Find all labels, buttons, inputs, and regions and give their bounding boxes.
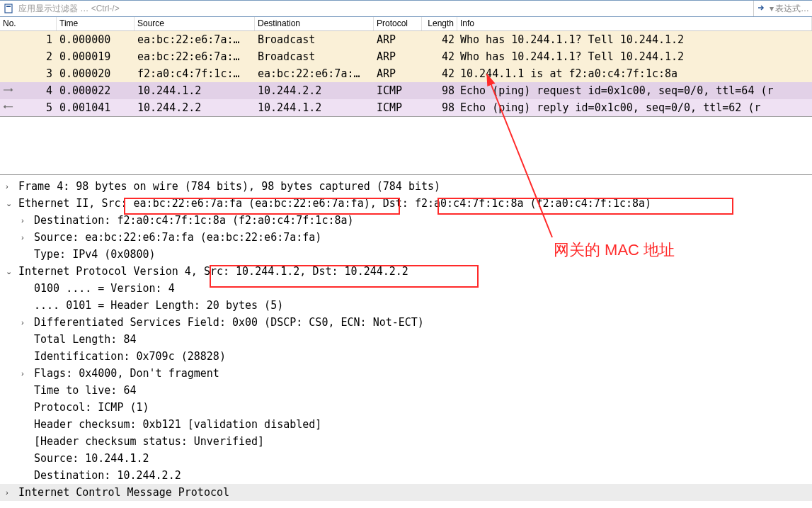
display-filter-bar[interactable]: 应用显示过滤器 … <Ctrl-/> ▾ 表达式… [0,0,812,17]
packet-row[interactable]: 10.000000ea:bc:22:e6:7a:…BroadcastARP42W… [0,31,812,48]
eth-dest-line[interactable]: ›Destination: f2:a0:c4:7f:1c:8a (f2:a0:c… [16,212,812,229]
ip-ver[interactable]: 0100 .... = Version: 4 [16,280,812,297]
packet-row[interactable]: ⭢40.00002210.244.1.210.244.2.2ICMP98Echo… [0,82,812,99]
ip-line[interactable]: ⌄Internet Protocol Version 4, Src: 10.24… [0,263,812,280]
svg-rect-1 [6,6,11,7]
pane-splitter[interactable] [0,117,812,175]
ip-hlen[interactable]: .... 0101 = Header Length: 20 bytes (5) [16,297,812,314]
packet-list-header: No. Time Source Destination Protocol Len… [0,17,812,31]
expression-arrow-icon[interactable] [757,3,767,15]
ip-src[interactable]: Source: 10.244.1.2 [16,450,812,467]
ip-dst[interactable]: Destination: 10.244.2.2 [16,467,812,484]
bookmark-icon[interactable] [3,3,14,14]
svg-rect-0 [5,4,12,13]
packet-row[interactable]: ⭠50.00104110.244.2.210.244.1.2ICMP98Echo… [0,99,812,116]
col-info[interactable]: Info [457,17,812,30]
frame-line[interactable]: ›Frame 4: 98 bytes on wire (784 bits), 9… [0,178,812,195]
packet-row[interactable]: 30.000020f2:a0:c4:7f:1c:…ea:bc:22:e6:7a:… [0,65,812,82]
ip-ttl[interactable]: Time to live: 64 [16,382,812,399]
ip-id[interactable]: Identification: 0x709c (28828) [16,348,812,365]
icmp-line[interactable]: ›Internet Control Message Protocol [0,484,812,501]
ip-proto[interactable]: Protocol: ICMP (1) [16,399,812,416]
packet-row[interactable]: 20.000019ea:bc:22:e6:7a:…BroadcastARP42W… [0,48,812,65]
ip-tlen[interactable]: Total Length: 84 [16,331,812,348]
col-dst[interactable]: Destination [255,17,374,30]
ethernet-line[interactable]: ⌄Ethernet II, Src: ea:bc:22:e6:7a:fa (ea… [0,195,812,212]
eth-src-line[interactable]: ›Source: ea:bc:22:e6:7a:fa (ea:bc:22:e6:… [16,229,812,246]
eth-type-line[interactable]: Type: IPv4 (0x0800) [16,246,812,263]
packet-details[interactable]: ›Frame 4: 98 bytes on wire (784 bits), 9… [0,175,812,501]
ip-flags[interactable]: ›Flags: 0x4000, Don't fragment [16,365,812,382]
col-no[interactable]: No. [0,17,57,30]
col-src[interactable]: Source [135,17,255,30]
col-time[interactable]: Time [57,17,135,30]
expression-button[interactable]: ▾ 表达式… [770,3,809,15]
ip-hchk[interactable]: Header checksum: 0xb121 [validation disa… [16,416,812,433]
ip-hchks[interactable]: [Header checksum status: Unverified] [16,433,812,450]
filter-placeholder[interactable]: 应用显示过滤器 … <Ctrl-/> [17,3,753,15]
col-proto[interactable]: Protocol [374,17,422,30]
ip-dsf[interactable]: ›Differentiated Services Field: 0x00 (DS… [16,314,812,331]
packet-list[interactable]: 10.000000ea:bc:22:e6:7a:…BroadcastARP42W… [0,31,812,117]
col-len[interactable]: Length [422,17,457,30]
